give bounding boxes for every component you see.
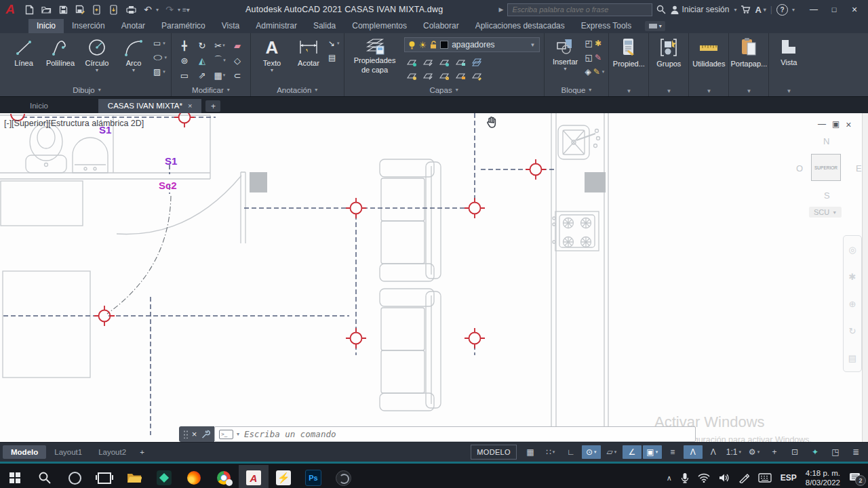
panel-vista[interactable]: Vista ▼ [769, 33, 808, 96]
search-expand-icon[interactable]: ▶ [498, 6, 503, 13]
lineweight-toggle[interactable]: ≡ [663, 445, 682, 459]
help-icon[interactable]: ? [776, 4, 788, 16]
tab-aplicaciones-destacadas[interactable]: Aplicaciones destacadas [467, 19, 573, 33]
viewcube-top-face[interactable]: SUPERIOR [811, 154, 841, 181]
trim-tool[interactable]: ✂▾ [214, 41, 224, 51]
viewport-controls-label[interactable]: [-][Superior][Estructura alámbrica 2D] [4, 119, 144, 128]
customization-menu-button[interactable]: ≣ [846, 445, 865, 459]
file-explorer-button[interactable] [119, 465, 149, 488]
start-button[interactable] [0, 465, 30, 488]
graphics-performance-button[interactable]: ✦ [806, 445, 825, 459]
rectangle-tool[interactable]: ▭ ▾ [153, 37, 167, 49]
file-tab-document[interactable]: CASAS IVAN MIXTA*× [98, 99, 202, 113]
chrome-button[interactable] [209, 465, 239, 488]
zoom-icon[interactable]: ⊕ [849, 299, 856, 309]
viewport-minimize-icon[interactable]: — [818, 119, 826, 130]
layer-off-icon[interactable] [406, 71, 418, 81]
plot-icon[interactable] [125, 4, 137, 15]
erase-tool[interactable]: ▰ [234, 41, 241, 51]
panel-label-capas[interactable]: Capas▾ [344, 83, 544, 96]
polar-tracking-toggle[interactable]: ⊙▾ [582, 445, 601, 459]
obs-button[interactable] [328, 465, 358, 488]
fillet-tool[interactable]: ⌒▾ [214, 54, 226, 66]
layer-thaw-all-icon[interactable] [455, 71, 467, 81]
wifi-icon[interactable] [698, 473, 710, 483]
winamp-button[interactable]: ⚡ [269, 465, 298, 488]
drag-handle-icon[interactable] [183, 430, 188, 439]
windows-ink-icon[interactable] [738, 472, 749, 483]
linea-button[interactable]: Línea [7, 36, 41, 68]
search-input[interactable] [507, 3, 652, 16]
viewcube-east[interactable]: E [856, 163, 862, 174]
ellipse-tool[interactable]: ◯ ▾ [153, 52, 167, 64]
tab-express-tools[interactable]: Express Tools [573, 19, 639, 33]
new-drawing-tab-button[interactable]: + [205, 100, 220, 112]
grid-toggle[interactable]: ▦ [521, 445, 540, 459]
redo-icon[interactable]: ↷ [163, 4, 176, 15]
leader-tool[interactable]: ↘ ▾ [328, 37, 340, 49]
snap-toggle[interactable]: ∷▾ [541, 445, 560, 459]
maximize-button[interactable]: □ [825, 2, 844, 17]
tab-colaborar[interactable]: Colaborar [415, 19, 467, 33]
command-input[interactable] [243, 428, 691, 440]
command-line-grip[interactable]: × [179, 426, 214, 442]
tab-complementos[interactable]: Complementos [344, 19, 415, 33]
save-to-web-icon[interactable] [108, 4, 120, 15]
object-snap-toggle[interactable]: ▣▾ [643, 445, 662, 459]
offset-tool[interactable]: ⊂ [234, 70, 241, 81]
rotate-tool[interactable]: ↻ [199, 41, 206, 51]
ortho-toggle[interactable]: ∟ [561, 445, 580, 459]
language-indicator[interactable]: ESP [781, 473, 797, 483]
touch-keyboard-icon[interactable] [758, 473, 772, 483]
panel-grupos[interactable]: Grupos ▼ [649, 33, 689, 96]
create-block-tool[interactable]: ◰✱ [585, 37, 605, 49]
cortana-button[interactable] [60, 465, 90, 488]
layout-tab-layout1[interactable]: Layout1 [46, 445, 90, 459]
navigation-wheel-icon[interactable]: ◎ [848, 245, 856, 255]
minimize-button[interactable]: — [804, 2, 823, 17]
stretch-tool[interactable]: ▭ [180, 70, 189, 81]
tab-parametrico[interactable]: Paramétrico [153, 19, 214, 33]
layer-current-icon[interactable] [422, 71, 434, 81]
action-center-button[interactable]: 2 [849, 472, 861, 483]
hatch-tool[interactable]: ▨ ▾ [153, 66, 167, 78]
navigation-bar[interactable]: ◎ ✱ ⊕ ↻ ▤ [843, 235, 862, 372]
tab-salida[interactable]: Salida [305, 19, 344, 33]
move-tool[interactable]: ╋ [182, 41, 187, 51]
clock[interactable]: 4:18 p. m. 8/03/2022 [806, 468, 840, 488]
layer-select[interactable]: ☀ apagadores ▼ [404, 37, 540, 52]
layer-onoff-icon[interactable] [439, 71, 450, 81]
layer-isolate-icon[interactable] [406, 58, 418, 67]
show-hidden-icons-button[interactable]: ∧ [667, 474, 672, 483]
ribbon-display-toggle[interactable]: ▾ [645, 21, 665, 31]
pan-icon[interactable]: ✱ [849, 272, 856, 282]
customize-plus-button[interactable]: + [765, 445, 784, 459]
signin-button[interactable]: Iniciar sesión ▾ [670, 5, 736, 14]
layer-match-icon[interactable] [471, 58, 483, 67]
save-icon[interactable] [57, 4, 69, 15]
tab-inicio[interactable]: Inicio [28, 19, 64, 33]
orbit-icon[interactable]: ↻ [849, 326, 856, 336]
help-dropdown-icon[interactable]: ▾ [792, 7, 795, 13]
panel-label-anotacion[interactable]: Anotación▾ [251, 83, 344, 96]
tab-anotar[interactable]: Anotar [113, 19, 153, 33]
arco-button[interactable]: Arco ▼ [117, 36, 151, 73]
viewport-restore-icon[interactable]: ▣ [832, 119, 840, 130]
showmotion-icon[interactable]: ▤ [848, 353, 856, 363]
layer-unisolate-icon[interactable] [422, 58, 434, 67]
viewcube-south[interactable]: S [824, 190, 830, 201]
mirror-tool[interactable]: ◭ [199, 56, 205, 66]
firefox-button[interactable] [179, 465, 209, 488]
command-input-bar[interactable]: >_ ▾ [214, 426, 696, 442]
layer-properties-button[interactable]: Propiedades de capa [349, 36, 401, 75]
tab-insercion[interactable]: Inserción [64, 19, 113, 33]
panel-label-bloque[interactable]: Bloque▾ [545, 83, 609, 96]
autocad-taskbar-button[interactable]: A [239, 465, 269, 488]
explode-tool[interactable]: ◇ [234, 56, 241, 66]
undo-dropdown-icon[interactable]: ▾ [156, 7, 159, 13]
viewport-close-icon[interactable]: × [846, 119, 851, 130]
object-snap-tracking-toggle[interactable]: ∠ [623, 445, 642, 459]
save-as-icon[interactable] [74, 4, 86, 15]
viewcube-north[interactable]: N [823, 136, 829, 146]
close-tab-icon[interactable]: × [188, 102, 192, 110]
